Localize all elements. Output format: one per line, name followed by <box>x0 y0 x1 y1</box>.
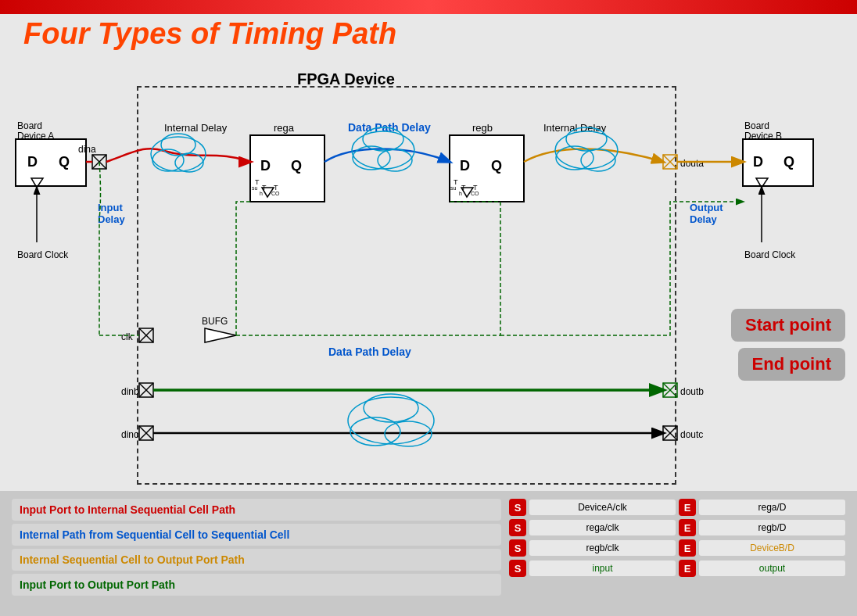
svg-text:dinc: dinc <box>121 429 138 440</box>
top-bar <box>0 0 857 14</box>
svg-rect-34 <box>743 139 813 186</box>
s-val-1: DeviceA/clk <box>529 500 676 515</box>
legend-se-row-4: S input E output <box>509 560 845 577</box>
legend-se-row-1: S DeviceA/clk E rega/D <box>509 499 845 516</box>
svg-text:Board: Board <box>744 120 769 131</box>
svg-text:Device A: Device A <box>17 131 54 141</box>
s-badge-4: S <box>509 560 526 577</box>
legend-area: Input Port to Internal Sequential Cell P… <box>0 491 857 616</box>
legend-item-green: Input Port to Output Port Path <box>12 574 501 596</box>
legend-se-row-2: S rega/clk E regb/D <box>509 519 845 536</box>
e-badge-3: E <box>679 539 696 557</box>
svg-rect-46 <box>92 155 106 169</box>
svg-marker-37 <box>756 178 768 188</box>
s-badge-2: S <box>509 519 526 536</box>
e-badge-2: E <box>679 519 696 536</box>
e-val-3: DeviceB/D <box>699 540 845 556</box>
legend-item-red: Input Port to Internal Sequential Cell P… <box>12 499 501 521</box>
svg-line-47 <box>92 155 106 169</box>
svg-text:Delay: Delay <box>98 213 125 225</box>
fpga-boundary <box>137 86 676 485</box>
legend-right: S DeviceA/clk E rega/D S rega/clk E regb… <box>509 499 845 608</box>
svg-text:douta: douta <box>680 158 704 169</box>
e-val-2: regb/D <box>699 520 845 535</box>
s-val-2: rega/clk <box>529 520 676 535</box>
e-val-4: output <box>699 560 845 576</box>
svg-text:Q: Q <box>59 154 70 170</box>
svg-rect-0 <box>16 139 86 186</box>
s-val-4: input <box>529 560 676 576</box>
svg-text:Board Clock: Board Clock <box>744 249 796 260</box>
svg-text:D: D <box>753 154 763 170</box>
legend-se-row-3: S regb/clk E DeviceB/D <box>509 539 845 557</box>
e-badge-4: E <box>679 560 696 577</box>
svg-text:clk: clk <box>121 331 134 342</box>
svg-text:D: D <box>27 154 38 170</box>
e-badge-1: E <box>679 499 696 516</box>
end-point-label: End point <box>738 348 845 381</box>
legend-left: Input Port to Internal Sequential Cell P… <box>12 499 501 608</box>
e-val-1: rega/D <box>699 500 845 515</box>
svg-text:Output: Output <box>690 202 723 213</box>
page-title: Four Types of Timing Path <box>23 17 396 51</box>
start-point-label: Start point <box>731 309 845 342</box>
svg-text:doutb: doutb <box>680 386 704 397</box>
s-badge-1: S <box>509 499 526 516</box>
svg-text:doutc: doutc <box>680 429 703 440</box>
legend-item-orange: Internal Sequential Cell to Output Port … <box>12 549 501 571</box>
svg-text:Device B: Device B <box>744 131 782 141</box>
s-val-3: regb/clk <box>529 540 676 556</box>
legend-item-blue: Internal Path from Sequential Cell to Se… <box>12 524 501 546</box>
svg-text:Board: Board <box>17 120 42 131</box>
svg-line-48 <box>92 155 106 169</box>
svg-text:Board Clock: Board Clock <box>17 249 69 260</box>
svg-text:Q: Q <box>783 154 794 170</box>
svg-marker-3 <box>31 178 43 188</box>
s-badge-3: S <box>509 539 526 557</box>
svg-text:dina: dina <box>78 144 96 155</box>
svg-text:Delay: Delay <box>690 213 717 225</box>
svg-text:Input: Input <box>98 202 123 213</box>
